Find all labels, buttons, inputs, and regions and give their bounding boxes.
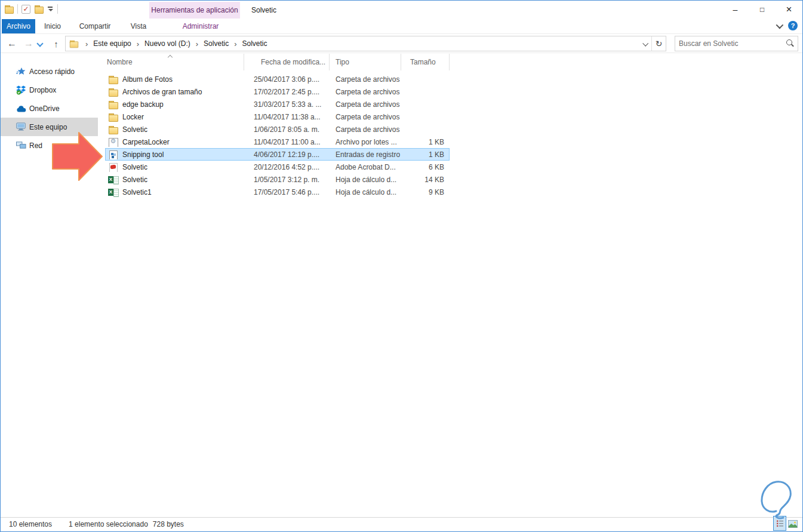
address-bar[interactable]: › Este equipo › Nuevo vol (D:) › Solveti… — [65, 36, 666, 51]
breadcrumb: › Este equipo › Nuevo vol (D:) › Solveti… — [66, 38, 638, 50]
column-header-fecha[interactable]: Fecha de modifica... — [244, 54, 329, 70]
ribbon-tab-row: Archivo Inicio Compartir Vista Administr… — [1, 19, 802, 34]
file-type: Entradas de registro — [330, 150, 401, 159]
sidebar-item-label: Acceso rápido — [29, 67, 75, 76]
address-dropdown-icon[interactable] — [638, 36, 651, 51]
sidebar-item-label: OneDrive — [29, 104, 60, 113]
sidebar-item-acceso-rapido[interactable]: Acceso rápido — [1, 62, 98, 81]
file-modified: 4/06/2017 12:19 p.... — [244, 150, 330, 159]
quick-access-star-icon — [16, 67, 26, 76]
tab-vista[interactable]: Vista — [120, 19, 157, 33]
close-button[interactable]: × — [776, 1, 802, 19]
collapse-ribbon-chevron-icon[interactable] — [776, 21, 784, 29]
file-row-edge-backup[interactable]: edge backup 31/03/2017 5:33 a. ... Carpe… — [105, 98, 450, 110]
folder-icon — [108, 125, 119, 134]
selection-size: 728 bytes — [153, 520, 184, 528]
file-modified: 17/02/2017 2:45 p.... — [244, 88, 330, 96]
file-modified: 20/12/2016 4:52 p.... — [244, 163, 330, 171]
minimize-button[interactable]: – — [722, 1, 749, 19]
breadcrumb-separator-icon[interactable]: › — [136, 39, 140, 48]
file-row-solvetic-folder[interactable]: Solvetic 1/06/2017 8:05 a. m. Carpeta de… — [105, 123, 450, 136]
file-size: 14 KB — [401, 176, 449, 184]
file-type: Carpeta de archivos — [330, 113, 401, 121]
sidebar-item-label: Red — [29, 142, 42, 150]
explorer-window: ✓ Herramientas de aplicación Solvetic – … — [0, 0, 803, 532]
properties-check-icon[interactable]: ✓ — [21, 5, 30, 14]
file-type: Hoja de cálculo d... — [330, 176, 401, 184]
column-header-tipo[interactable]: Tipo — [329, 54, 401, 70]
up-button[interactable]: ↑ — [48, 36, 64, 51]
address-folder-icon[interactable] — [69, 39, 79, 48]
divider — [17, 4, 18, 14]
title-bar: ✓ Herramientas de aplicación Solvetic – … — [1, 1, 802, 20]
folder-icon — [108, 75, 119, 84]
file-name: edge backup — [122, 100, 164, 109]
tab-administrar[interactable]: Administrar — [157, 19, 244, 33]
column-header-tamano[interactable]: Tamaño — [401, 54, 450, 70]
excel-file-icon — [108, 175, 119, 184]
sidebar-item-onedrive[interactable]: OneDrive — [1, 99, 98, 118]
thumbnails-view-button[interactable] — [788, 520, 798, 528]
breadcrumb-este-equipo[interactable]: Este equipo — [90, 38, 134, 50]
breadcrumb-drive-d[interactable]: Nuevo vol (D:) — [141, 38, 193, 50]
file-name: Snipping tool — [122, 150, 164, 159]
customize-toolbar-icon[interactable] — [47, 5, 54, 13]
this-pc-monitor-icon — [16, 122, 26, 132]
network-icon — [16, 141, 26, 150]
search-icon[interactable] — [784, 38, 796, 50]
file-name: Archivos de gran tamaño — [122, 88, 202, 96]
forward-button[interactable]: → — [21, 36, 36, 51]
sidebar-item-dropbox[interactable]: Dropbox — [1, 81, 98, 99]
details-view-button[interactable] — [773, 516, 786, 531]
breadcrumb-solvetic[interactable]: Solvetic — [201, 38, 232, 50]
breadcrumb-separator-icon[interactable]: › — [233, 39, 238, 48]
tab-archivo[interactable]: Archivo — [2, 19, 35, 33]
new-folder-icon[interactable] — [34, 5, 44, 14]
file-size: 9 KB — [401, 188, 449, 196]
file-name: Solvetic1 — [122, 188, 152, 196]
search-input[interactable] — [675, 39, 784, 48]
window-title: Solvetic — [251, 6, 276, 14]
file-name: Solvetic — [122, 163, 147, 171]
file-type: Archivo por lotes ... — [330, 138, 401, 146]
status-bar: 10 elementos 1 elemento seleccionado 728… — [1, 517, 802, 531]
excel-file-icon — [108, 187, 119, 197]
file-modified: 25/04/2017 3:06 p.... — [244, 75, 330, 84]
folder-icon — [108, 100, 119, 109]
file-row-locker[interactable]: Locker 11/04/2017 11:38 a... Carpeta de … — [105, 110, 450, 123]
file-name: CarpetaLocker — [122, 138, 170, 146]
help-icon[interactable]: ? — [788, 21, 798, 30]
refresh-icon[interactable]: ↻ — [651, 36, 666, 51]
file-modified: 17/05/2017 5:46 p.... — [244, 188, 330, 196]
file-row-album-de-fotos[interactable]: Album de Fotos 25/04/2017 3:06 p.... Car… — [105, 73, 450, 85]
quick-access-toolbar: ✓ — [4, 4, 58, 14]
file-rows: Album de Fotos 25/04/2017 3:06 p.... Car… — [98, 73, 802, 198]
breadcrumb-separator-icon[interactable]: › — [84, 39, 89, 48]
history-dropdown-icon[interactable] — [36, 41, 45, 47]
maximize-button[interactable]: □ — [749, 1, 776, 19]
back-button[interactable]: ← — [4, 36, 20, 51]
file-modified: 1/06/2017 8:05 a. m. — [244, 125, 330, 134]
folder-icon — [108, 87, 119, 97]
file-row-snipping-tool[interactable]: Snipping tool 4/06/2017 12:19 p.... Entr… — [105, 148, 450, 161]
tab-inicio[interactable]: Inicio — [35, 19, 70, 33]
divider — [57, 4, 58, 14]
file-row-carpetalocker[interactable]: CarpetaLocker 11/04/2017 11:00 a... Arch… — [105, 136, 450, 148]
breadcrumb-separator-icon[interactable]: › — [195, 39, 199, 48]
file-row-solvetic1-xls[interactable]: Solvetic1 17/05/2017 5:46 p.... Hoja de … — [105, 186, 450, 198]
selection-count: 1 elemento seleccionado — [69, 520, 148, 528]
column-headers: Nombre Fecha de modifica... Tipo Tamaño — [98, 54, 802, 70]
pdf-file-icon — [108, 162, 119, 172]
file-row-solvetic-xls[interactable]: Solvetic 1/05/2017 3:12 p. m. Hoja de cá… — [105, 173, 450, 186]
file-size: 1 KB — [401, 150, 449, 159]
file-type: Hoja de cálculo d... — [330, 188, 401, 196]
file-name: Locker — [122, 113, 144, 121]
breadcrumb-solvetic-2[interactable]: Solvetic — [239, 38, 270, 50]
file-row-archivos-gran-tamano[interactable]: Archivos de gran tamaño 17/02/2017 2:45 … — [105, 85, 450, 98]
tab-compartir[interactable]: Compartir — [70, 19, 120, 33]
onedrive-cloud-icon — [16, 104, 26, 113]
file-name: Solvetic — [122, 176, 147, 184]
folder-icon[interactable] — [4, 5, 14, 14]
file-modified: 31/03/2017 5:33 a. ... — [244, 100, 330, 109]
file-row-solvetic-pdf[interactable]: Solvetic 20/12/2016 4:52 p.... Adobe Acr… — [105, 161, 450, 173]
